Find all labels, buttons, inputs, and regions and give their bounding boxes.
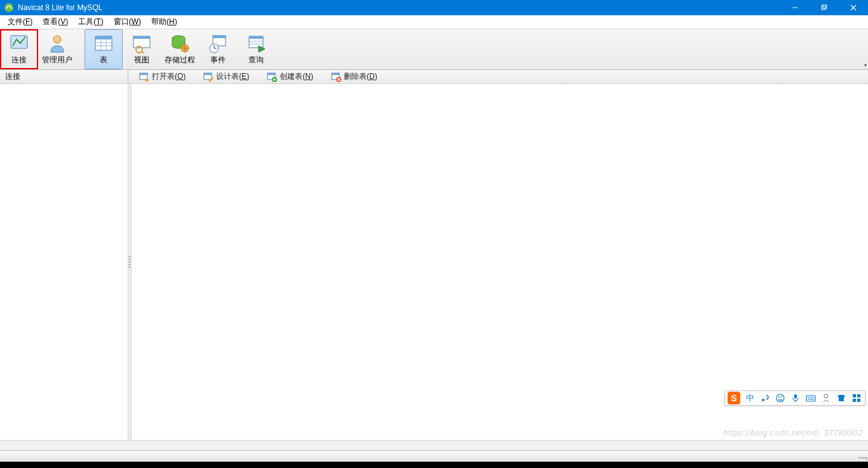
storedproc-label: 存储过程 [165,55,195,65]
svg-rect-41 [332,73,339,75]
connect-button[interactable]: 连接 [0,29,38,69]
connections-tree[interactable] [0,84,128,440]
minimize-button[interactable] [780,0,810,15]
event-label: 事件 [210,55,226,65]
svg-point-45 [762,399,764,401]
event-icon [208,33,228,53]
resize-grip[interactable] [858,451,868,461]
svg-point-48 [781,396,782,397]
svg-point-0 [4,3,13,12]
svg-point-46 [776,394,784,402]
svg-rect-36 [268,73,275,75]
main-toolbar: 连接 管理用户 表 视图 [0,29,868,70]
menu-window[interactable]: 窗口(W) [109,15,146,29]
menu-view[interactable]: 查看(V) [37,15,73,29]
query-icon [246,33,266,53]
storedproc-button[interactable]: 存储过程 [161,29,199,69]
window-title: Navicat 8 Lite for MySQL [18,3,780,12]
svg-line-17 [141,52,144,53]
sub-toolbar: 连接 打开表(O) 设计表(E) 创建表(N) [0,70,868,84]
sidebar-header-label: 连接 [5,71,20,82]
design-table-icon [203,72,214,82]
connect-label: 连接 [11,55,27,65]
create-table-button[interactable]: 创建表(N) [262,70,318,83]
create-table-icon [267,72,277,82]
svg-rect-21 [213,36,226,38]
table-label: 表 [100,55,107,65]
svg-rect-31 [140,73,147,75]
ime-toolbox-icon[interactable] [851,392,862,404]
main-panel: https://blog.csdn.net/m0_37789902 [132,84,868,440]
menu-help[interactable]: 帮助(H) [146,15,182,29]
query-button[interactable]: 查询 [237,29,275,69]
ime-keyboard-icon[interactable] [805,392,817,404]
open-table-icon [139,72,149,82]
table-icon [93,33,114,53]
svg-rect-26 [249,36,263,39]
horizontal-scrollbar[interactable] [0,440,868,450]
open-table-button[interactable]: 打开表(O) [135,70,190,83]
ime-emoji-icon[interactable] [775,392,786,404]
svg-point-54 [824,394,828,398]
app-icon [4,3,14,13]
ime-toolbar[interactable]: S 中 [724,390,865,406]
maximize-button[interactable] [810,0,839,15]
svg-rect-15 [133,36,150,39]
svg-rect-55 [853,394,856,397]
svg-rect-57 [853,399,856,402]
storedproc-icon [170,33,190,53]
svg-rect-34 [204,73,212,75]
connect-icon [9,33,29,53]
query-label: 查询 [248,55,264,65]
menu-tools[interactable]: 工具(T) [73,15,108,29]
menubar: 文件(F) 查看(V) 工具(T) 窗口(W) 帮助(H) [0,15,868,29]
svg-rect-9 [95,36,112,39]
design-table-button[interactable]: 设计表(E) [199,70,254,83]
ime-handwrite-icon[interactable] [820,392,832,404]
sidebar-header: 连接 [0,70,128,83]
table-button[interactable]: 表 [85,29,123,69]
ime-punct-icon[interactable] [759,392,771,404]
svg-rect-49 [794,394,797,399]
delete-table-icon [331,72,341,82]
watermark-text: https://blog.csdn.net/m0_37789902 [723,428,863,437]
view-button[interactable]: 视图 [123,29,161,69]
titlebar: Navicat 8 Lite for MySQL [0,0,868,15]
manage-users-button[interactable]: 管理用户 [38,29,76,69]
view-icon [132,33,152,53]
event-button[interactable]: 事件 [199,29,237,69]
menu-file[interactable]: 文件(F) [3,15,37,29]
user-icon [47,33,67,53]
svg-rect-51 [806,396,815,401]
content-area: https://blog.csdn.net/m0_37789902 [0,84,868,440]
toolbar-overflow-icon[interactable]: ▾ [864,62,867,68]
svg-rect-2 [822,6,825,10]
svg-rect-3 [823,4,827,8]
close-button[interactable] [839,0,868,15]
delete-table-button[interactable]: 删除表(D) [327,70,382,83]
svg-rect-58 [857,399,860,402]
taskbar-strip [0,462,868,468]
svg-point-47 [778,396,780,397]
ime-lang-indicator[interactable]: 中 [744,392,756,404]
svg-rect-56 [857,394,860,397]
svg-point-7 [53,36,61,43]
manage-users-label: 管理用户 [42,55,72,65]
statusbar [0,450,868,462]
view-label: 视图 [134,55,149,65]
ime-mic-icon[interactable] [790,392,801,404]
sogou-logo-icon[interactable]: S [728,392,740,404]
ime-skin-icon[interactable] [836,392,847,404]
